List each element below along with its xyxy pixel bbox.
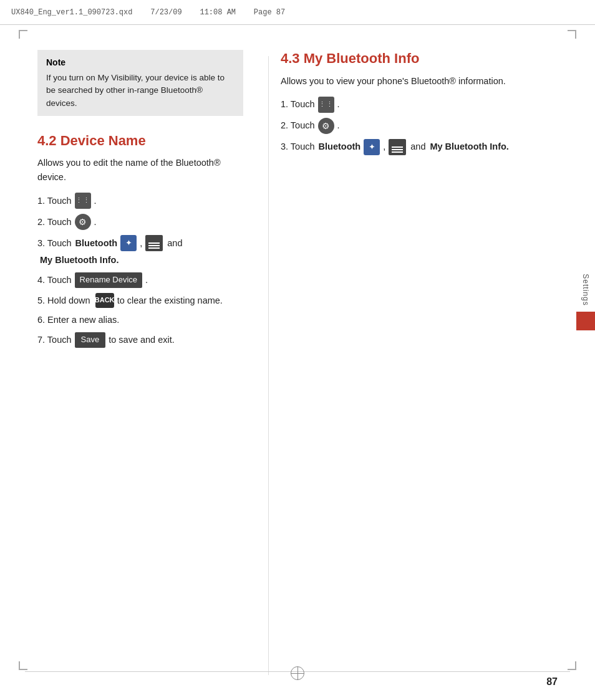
step-and-43-3: and xyxy=(410,140,425,154)
step-43-2: 2. Touch . xyxy=(281,118,558,134)
step-num-43-3: 3. Touch xyxy=(281,140,315,154)
step-num-42-3: 3. Touch xyxy=(37,236,72,251)
step-suffix-42-1: . xyxy=(94,194,97,208)
step-42-6: 6. Enter a new alias. xyxy=(37,313,243,327)
step-and-42-3: and xyxy=(167,236,182,251)
left-column: Note If you turn on My Visibility, your … xyxy=(25,31,262,666)
bluetooth-icon-43-3 xyxy=(364,139,380,155)
back-icon-42-5: BACK xyxy=(95,293,114,308)
rename-device-btn: Rename Device xyxy=(75,272,143,288)
bottom-center-cross xyxy=(291,666,304,680)
step-comma-43-3: , xyxy=(383,140,385,154)
step-num-43-2: 2. Touch xyxy=(281,118,315,133)
step-num-42-7: 7. Touch xyxy=(37,333,72,347)
step-suffix-42-2: . xyxy=(94,215,97,229)
step-42-2: 2. Touch . xyxy=(37,214,243,230)
step-suffix-42-5: to clear the existing name. xyxy=(117,294,223,308)
step-42-1: 1. Touch . xyxy=(37,193,243,209)
settings-icon-42-2 xyxy=(75,214,91,230)
header-bar: UX840_Eng_ver1.1_090723.qxd 7/23/09 11:0… xyxy=(0,0,595,25)
step-42-5: 5. Hold down BACK to clear the existing … xyxy=(37,293,243,308)
save-btn-42-7: Save xyxy=(75,332,106,348)
apps-icon-43-1 xyxy=(318,97,334,113)
step-num-42-2: 2. Touch xyxy=(37,215,72,229)
sidebar-color-bar xyxy=(576,312,595,330)
apps-icon-42-1 xyxy=(75,193,91,209)
step-bold2-43-3: My Bluetooth Info. xyxy=(430,140,508,154)
section42-desc: Allows you to edit the name of the Bluet… xyxy=(37,156,243,184)
right-column: 4.3 My Bluetooth Info Allows you to view… xyxy=(262,31,570,666)
step-num-42-5: 5. Hold down xyxy=(37,294,90,308)
note-text: If you turn on My Visibility, your devic… xyxy=(46,72,235,110)
step-num-42-4: 4. Touch xyxy=(37,273,72,287)
settings-icon-43-2 xyxy=(318,118,334,134)
step-42-7: 7. Touch Save to save and exit. xyxy=(37,332,243,348)
step-num-42-1: 1. Touch xyxy=(37,194,72,208)
step-42-3: 3. Touch Bluetooth , and My Bluetooth In… xyxy=(37,235,243,267)
step-suffix-43-1: . xyxy=(337,97,340,112)
step-bold-42-3: Bluetooth xyxy=(75,236,118,251)
step-43-3: 3. Touch Bluetooth , and My Bluetooth In… xyxy=(281,139,558,155)
bluetooth-icon-42-3 xyxy=(120,235,137,251)
step-suffix-42-4: . xyxy=(145,273,148,287)
step-43-1: 1. Touch . xyxy=(281,97,558,113)
step-bold-43-3: Bluetooth xyxy=(319,140,361,154)
step-suffix-43-2: . xyxy=(337,118,340,133)
step-text-42-6: 6. Enter a new alias. xyxy=(37,313,119,327)
note-title: Note xyxy=(46,56,235,69)
section43-heading: 4.3 My Bluetooth Info xyxy=(281,50,558,68)
section42-heading: 4.2 Device Name xyxy=(37,132,243,150)
step-num-43-1: 1. Touch xyxy=(281,97,315,112)
header-text: UX840_Eng_ver1.1_090723.qxd 7/23/09 11:0… xyxy=(11,8,285,17)
step-comma-42-3: , xyxy=(140,236,142,251)
section43-desc: Allows you to view your phone's Bluetoot… xyxy=(281,74,558,88)
page-number: 87 xyxy=(546,676,558,688)
menu-icon-42-3 xyxy=(145,235,163,251)
sidebar-label: Settings xyxy=(581,274,590,305)
menu-icon-43-3 xyxy=(389,139,406,155)
sidebar-tab: Settings xyxy=(576,262,595,318)
step-bold2-42-3: My Bluetooth Info. xyxy=(40,253,119,267)
main-content: Note If you turn on My Visibility, your … xyxy=(25,31,570,666)
step-suffix-42-7: to save and exit. xyxy=(109,333,175,347)
center-circle xyxy=(291,666,304,680)
step-42-4: 4. Touch Rename Device . xyxy=(37,272,243,288)
note-box: Note If you turn on My Visibility, your … xyxy=(37,50,243,116)
